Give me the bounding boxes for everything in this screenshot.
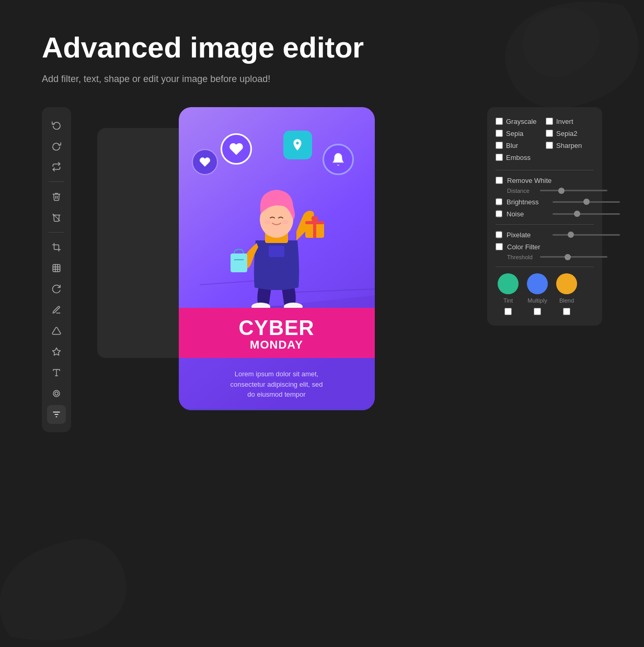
rotate-button[interactable]	[47, 280, 66, 298]
checkbox-remove-white[interactable]	[496, 177, 503, 184]
checkbox-brightness[interactable]	[496, 198, 502, 205]
delete-all-button[interactable]	[47, 208, 66, 227]
repeat-button[interactable]	[47, 157, 66, 176]
panel-divider-2	[496, 224, 594, 225]
star-button[interactable]	[47, 342, 66, 361]
label-grayscale: Grayscale	[506, 118, 537, 125]
canvas-image[interactable]: CYBER MONDAY Lorem ipsum dolor sit amet,…	[179, 107, 375, 410]
label-noise: Noise	[507, 210, 548, 218]
pixelate-row: Pixelate	[496, 231, 594, 239]
checkbox-sepia[interactable]	[496, 130, 503, 137]
cyber-card: CYBER MONDAY Lorem ipsum dolor sit amet,…	[179, 107, 375, 410]
filter-button[interactable]	[47, 405, 66, 424]
pixelate-section: Pixelate	[496, 231, 594, 239]
svg-point-6	[55, 392, 58, 395]
canvas-area: CYBER MONDAY Lorem ipsum dolor sit amet,…	[82, 107, 472, 421]
card-bottom-line	[179, 409, 375, 410]
brightness-slider[interactable]	[553, 201, 620, 203]
redo-left-button[interactable]	[47, 136, 66, 155]
character-illustration	[209, 165, 344, 316]
brightness-section: Brightness	[496, 198, 594, 206]
checkbox-blend[interactable]	[563, 308, 570, 315]
pixelate-slider[interactable]	[553, 234, 620, 236]
svg-point-22	[282, 220, 289, 224]
delete-button[interactable]	[47, 187, 66, 206]
undo-button[interactable]	[47, 115, 66, 134]
color-swatches-section: Tint Multiply Blend	[496, 273, 594, 315]
color-filter-section: Color Filter Threshold	[496, 243, 594, 260]
blend-swatch-item: Blend	[556, 273, 577, 304]
filter-checkboxes: Grayscale Invert Sepia Sepia2 Blur	[496, 118, 594, 161]
blend-check-item	[556, 308, 577, 315]
svg-rect-25	[313, 221, 316, 238]
checkbox-sepia2[interactable]	[546, 130, 553, 137]
svg-rect-26	[231, 253, 247, 272]
tint-label: Tint	[503, 297, 513, 304]
cyber-text-box: CYBER MONDAY	[179, 308, 375, 358]
label-sepia: Sepia	[506, 130, 523, 137]
noise-section: Noise	[496, 210, 594, 218]
distance-slider[interactable]	[540, 190, 607, 191]
swatch-row: Tint Multiply Blend	[496, 273, 594, 304]
filter-grayscale[interactable]: Grayscale	[496, 118, 544, 125]
draw-button[interactable]	[47, 301, 66, 319]
toolbar-divider-1	[49, 181, 64, 182]
toolbar-divider-2	[49, 232, 64, 233]
threshold-slider[interactable]	[540, 256, 607, 258]
triangle-button[interactable]	[47, 321, 66, 340]
label-blur: Blur	[506, 142, 518, 149]
page-subtitle: Add filter, text, shape or edit your ima…	[42, 72, 303, 86]
label-invert: Invert	[556, 118, 573, 125]
multiply-check-item	[527, 308, 548, 315]
checkbox-tint[interactable]	[504, 308, 512, 315]
color-filter-row: Color Filter	[496, 243, 594, 251]
multiply-swatch[interactable]	[527, 273, 548, 294]
threshold-slider-row: Threshold	[496, 254, 594, 260]
filter-blur[interactable]: Blur	[496, 142, 544, 149]
leaf-decoration-bottom-left	[0, 511, 136, 647]
filter-sharpen[interactable]: Sharpen	[546, 142, 594, 149]
label-remove-white: Remove White	[507, 177, 551, 184]
svg-point-21	[264, 220, 271, 224]
checkbox-emboss[interactable]	[496, 154, 503, 161]
swatch-checkbox-row	[496, 308, 594, 315]
label-pixelate: Pixelate	[507, 231, 548, 239]
blend-label: Blend	[559, 297, 574, 304]
checkbox-noise[interactable]	[496, 210, 502, 217]
label-threshold: Threshold	[507, 254, 536, 260]
distance-slider-row: Distance	[496, 188, 594, 194]
checkbox-sharpen[interactable]	[546, 142, 553, 149]
blend-swatch[interactable]	[556, 273, 577, 294]
checkbox-color-filter[interactable]	[496, 243, 503, 250]
remove-white-row: Remove White	[496, 177, 594, 184]
checkbox-multiply[interactable]	[534, 308, 541, 315]
multiply-swatch-item: Multiply	[527, 273, 548, 304]
filter-sepia[interactable]: Sepia	[496, 130, 544, 137]
tint-swatch[interactable]	[498, 273, 519, 294]
right-panel: Grayscale Invert Sepia Sepia2 Blur	[487, 107, 602, 326]
tint-check-item	[498, 308, 519, 315]
brightness-row: Brightness	[496, 198, 594, 206]
filter-invert[interactable]: Invert	[546, 118, 594, 125]
remove-white-section: Remove White Distance	[496, 177, 594, 194]
noise-slider[interactable]	[553, 213, 620, 215]
checkbox-invert[interactable]	[546, 118, 553, 125]
toolbar	[42, 107, 71, 432]
multiply-label: Multiply	[527, 297, 547, 304]
checkbox-pixelate[interactable]	[496, 231, 502, 238]
filter-emboss[interactable]: Emboss	[496, 154, 544, 161]
label-sharpen: Sharpen	[556, 142, 582, 149]
text-button[interactable]	[47, 363, 66, 382]
label-color-filter: Color Filter	[507, 243, 549, 251]
checkbox-blur[interactable]	[496, 142, 503, 149]
frame-button[interactable]	[47, 384, 66, 403]
resize-button[interactable]	[47, 259, 66, 278]
crop-button[interactable]	[47, 238, 66, 257]
label-brightness: Brightness	[507, 198, 548, 206]
checkbox-grayscale[interactable]	[496, 118, 503, 125]
svg-rect-18	[269, 246, 284, 257]
label-emboss: Emboss	[506, 154, 531, 161]
noise-row: Noise	[496, 210, 594, 218]
filter-sepia2[interactable]: Sepia2	[546, 130, 594, 137]
label-distance: Distance	[507, 188, 536, 194]
